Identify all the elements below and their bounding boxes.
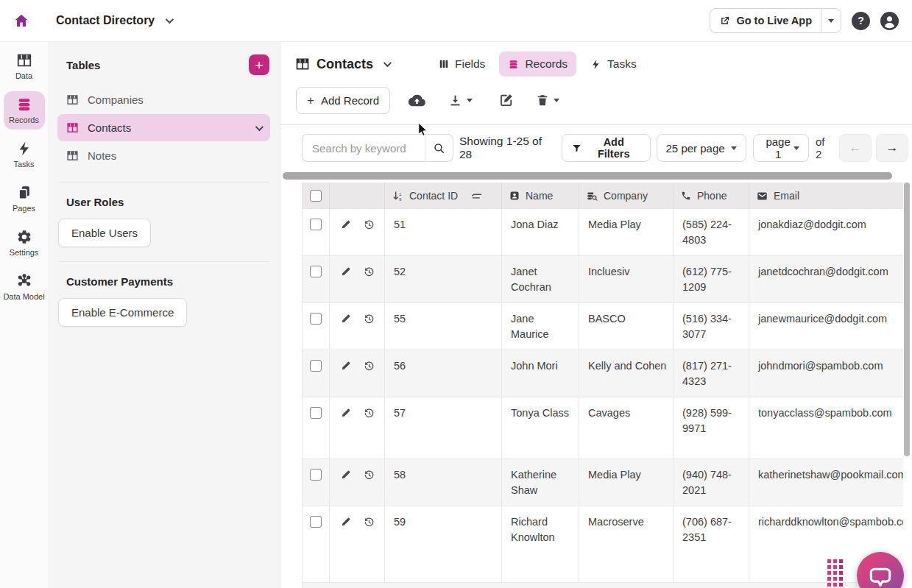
enable-users-button[interactable]: Enable Users bbox=[58, 219, 151, 247]
row-select-cell bbox=[303, 303, 330, 350]
column-header-email[interactable]: Email bbox=[749, 183, 903, 209]
delete-records-button[interactable] bbox=[536, 93, 559, 107]
row-checkbox[interactable] bbox=[310, 407, 322, 419]
column-header-phone[interactable]: Phone bbox=[674, 183, 749, 209]
history-icon[interactable] bbox=[364, 470, 375, 506]
export-download-button[interactable] bbox=[448, 93, 473, 107]
cell-email: johndmori@spambob.com bbox=[749, 350, 903, 397]
add-filters-button[interactable]: Add Filters bbox=[562, 134, 651, 162]
row-checkbox[interactable] bbox=[310, 360, 322, 372]
go-to-live-app-menu-button[interactable] bbox=[821, 9, 841, 32]
envelope-icon bbox=[757, 191, 768, 202]
question-mark-icon: ? bbox=[858, 15, 864, 26]
horizontal-scrollbar[interactable] bbox=[283, 172, 905, 180]
edit-row-icon[interactable] bbox=[341, 266, 351, 302]
go-to-live-app-button[interactable]: Go to Live App bbox=[710, 9, 821, 32]
next-page-button[interactable]: → bbox=[876, 134, 908, 162]
column-header-contact-id[interactable]: 19 Contact ID bbox=[385, 183, 502, 209]
search-button[interactable] bbox=[425, 134, 453, 162]
scrollbar-thumb[interactable] bbox=[283, 172, 892, 180]
cell-company: Media Play bbox=[579, 459, 674, 506]
main-panel: Contacts Fields Records bbox=[280, 42, 912, 588]
select-all-checkbox[interactable] bbox=[310, 190, 322, 202]
edit-row-icon[interactable] bbox=[341, 408, 351, 458]
sidebar-item-companies[interactable]: Companies bbox=[57, 86, 270, 113]
cell-email: katherinetshaw@pookmail.com bbox=[749, 459, 903, 506]
history-icon[interactable] bbox=[364, 408, 375, 458]
rail-item-data-model[interactable]: Data Model bbox=[4, 268, 45, 306]
table-title-dropdown[interactable]: Contacts bbox=[295, 57, 389, 72]
user-avatar-button[interactable] bbox=[880, 12, 899, 30]
row-checkbox[interactable] bbox=[310, 266, 322, 277]
row-checkbox[interactable] bbox=[310, 469, 322, 481]
chat-bubble-icon bbox=[866, 562, 894, 588]
import-upload-button[interactable] bbox=[409, 92, 425, 109]
vertical-scrollbar[interactable] bbox=[904, 183, 910, 456]
tab-fields[interactable]: Fields bbox=[430, 52, 494, 77]
rail-item-pages[interactable]: Pages bbox=[4, 180, 45, 218]
row-actions-cell bbox=[330, 459, 385, 506]
row-checkbox[interactable] bbox=[310, 516, 322, 528]
row-actions-cell bbox=[330, 303, 385, 350]
add-filters-label: Add Filters bbox=[587, 136, 640, 160]
history-icon[interactable] bbox=[364, 517, 375, 582]
row-checkbox[interactable] bbox=[310, 219, 322, 230]
column-label: Company bbox=[604, 190, 648, 202]
search-input[interactable] bbox=[302, 134, 425, 162]
go-to-live-app-split-button: Go to Live App bbox=[710, 8, 841, 33]
column-header-name[interactable]: Name bbox=[502, 183, 579, 209]
cell-contact-id: 59 bbox=[385, 506, 502, 582]
cell-name: Tonya Class bbox=[502, 397, 579, 458]
cell-company: Cavages bbox=[579, 397, 674, 458]
edit-row-icon[interactable] bbox=[341, 361, 351, 397]
cell-phone: (940) 748-2021 bbox=[674, 459, 749, 506]
table-row: 57 Tonya Class Cavages (928) 599-9971 to… bbox=[302, 397, 903, 459]
rail-item-settings[interactable]: Settings bbox=[4, 224, 45, 262]
sidebar-item-contacts[interactable]: Contacts bbox=[57, 114, 270, 141]
external-link-icon bbox=[719, 15, 730, 26]
rail-item-tasks[interactable]: Tasks bbox=[4, 135, 45, 174]
row-select-cell bbox=[303, 397, 330, 458]
column-label: Phone bbox=[697, 190, 727, 202]
tab-records[interactable]: Records bbox=[499, 52, 576, 77]
help-button[interactable]: ? bbox=[852, 12, 870, 30]
app-title-dropdown[interactable]: Contact Directory bbox=[56, 14, 172, 27]
tab-tasks[interactable]: Tasks bbox=[582, 52, 646, 77]
cell-contact-id: 57 bbox=[385, 397, 502, 458]
cell-company: Macroserve bbox=[579, 506, 674, 582]
prev-page-button[interactable]: ← bbox=[839, 134, 872, 162]
enable-ecommerce-button[interactable]: Enable E-Commerce bbox=[58, 298, 187, 327]
edit-row-icon[interactable] bbox=[341, 517, 351, 582]
history-icon[interactable] bbox=[364, 314, 375, 350]
cell-contact-id: 58 bbox=[385, 459, 502, 506]
cell-name: Jane Maurice bbox=[502, 303, 579, 350]
history-icon[interactable] bbox=[364, 219, 375, 255]
per-page-select[interactable]: 25 per page bbox=[657, 134, 747, 162]
edit-row-icon[interactable] bbox=[341, 314, 351, 350]
history-icon[interactable] bbox=[364, 266, 375, 302]
phone-icon bbox=[681, 191, 691, 201]
actions-header bbox=[330, 183, 385, 209]
home-button[interactable] bbox=[13, 13, 29, 29]
page-select[interactable]: page 1 bbox=[753, 134, 809, 162]
database-icon bbox=[16, 96, 32, 113]
column-header-company[interactable]: Company bbox=[579, 183, 674, 209]
row-select-cell bbox=[303, 459, 330, 506]
filter-funnel-icon bbox=[572, 144, 582, 153]
edit-records-button[interactable] bbox=[499, 93, 514, 107]
table-header-row: 19 Contact ID Name bbox=[302, 183, 903, 209]
cell-contact-id: 51 bbox=[385, 209, 502, 255]
history-icon[interactable] bbox=[364, 361, 375, 397]
database-icon bbox=[508, 59, 519, 70]
row-checkbox[interactable] bbox=[310, 313, 322, 325]
add-table-button[interactable]: + bbox=[249, 54, 269, 75]
nav-rail: Data Records Tasks Pages Settings bbox=[0, 42, 48, 588]
add-record-button[interactable]: + Add Record bbox=[296, 87, 390, 114]
edit-row-icon[interactable] bbox=[341, 219, 351, 255]
rail-item-records[interactable]: Records bbox=[4, 91, 45, 130]
rail-label: Pages bbox=[13, 204, 35, 213]
rail-item-data[interactable]: Data bbox=[4, 47, 45, 85]
edit-row-icon[interactable] bbox=[341, 470, 351, 506]
lightning-icon bbox=[590, 59, 601, 70]
sidebar-item-notes[interactable]: Notes bbox=[57, 142, 270, 169]
